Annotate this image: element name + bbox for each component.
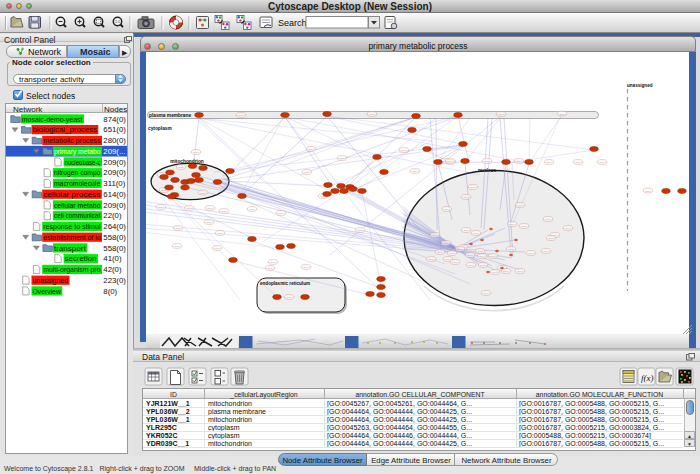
svg-text:264(0): 264(0) [103, 222, 126, 231]
svg-text:(0xxx): (0xxx) [452, 261, 459, 264]
svg-text:280(0): 280(0) [103, 136, 126, 145]
svg-text:(0xxx): (0xxx) [483, 292, 490, 295]
svg-text:Overview: Overview [33, 287, 62, 296]
svg-text:(0xxx): (0xxx) [484, 160, 491, 163]
svg-text:mitochondrion: mitochondrion [170, 159, 204, 164]
svg-text:(0xxx): (0xxx) [207, 207, 214, 210]
svg-text:874(0): 874(0) [103, 115, 126, 124]
svg-text:(0xxx): (0xxx) [477, 250, 484, 253]
svg-text:(0xxx): (0xxx) [304, 171, 311, 174]
svg-text:primary metabo: primary metabo [54, 147, 101, 156]
svg-text:(0xxx): (0xxx) [193, 151, 200, 154]
svg-text:nucleus: nucleus [478, 168, 496, 173]
svg-text:(0xxx): (0xxx) [467, 254, 474, 257]
svg-text:(0xxx): (0xxx) [278, 212, 285, 215]
svg-text:(0xxx): (0xxx) [238, 114, 245, 117]
svg-text:41(0): 41(0) [103, 254, 122, 263]
svg-text:(0xxx): (0xxx) [357, 229, 364, 232]
svg-text:(0xxx): (0xxx) [479, 255, 486, 258]
svg-text:(0xxx): (0xxx) [599, 161, 606, 164]
svg-text:(0xxx): (0xxx) [548, 237, 555, 240]
svg-text:nitrogen compo: nitrogen compo [54, 168, 101, 177]
svg-text:(0xxx): (0xxx) [528, 252, 535, 255]
svg-text:(0xxx): (0xxx) [645, 190, 652, 193]
svg-text:cellular process: cellular process [43, 190, 100, 199]
svg-text:response to stimul: response to stimul [43, 222, 101, 231]
svg-text:42(0): 42(0) [103, 265, 122, 274]
svg-text:endoplasmic reticulum: endoplasmic reticulum [260, 281, 310, 286]
svg-text:(0xxx): (0xxx) [517, 270, 524, 273]
svg-text:(0xxx): (0xxx) [174, 245, 181, 248]
svg-text:(0xxx): (0xxx) [214, 247, 221, 250]
svg-text:(0xxx): (0xxx) [559, 113, 566, 116]
svg-text:(0xxx): (0xxx) [463, 196, 470, 199]
svg-text:(0xxx): (0xxx) [444, 208, 451, 211]
svg-text:Search:: Search: [278, 18, 309, 28]
svg-text:1:1: 1:1 [115, 20, 120, 24]
svg-text:(0xxx): (0xxx) [492, 271, 499, 274]
svg-text:(0xxx): (0xxx) [267, 267, 274, 270]
svg-text:(0xxx): (0xxx) [369, 113, 376, 116]
svg-text:22(0): 22(0) [103, 211, 122, 220]
svg-text:(0xxx): (0xxx) [463, 229, 470, 232]
svg-text:558(0): 558(0) [103, 244, 126, 253]
svg-text:614(0): 614(0) [103, 190, 126, 199]
svg-text:macromolecule: macromolecule [54, 179, 100, 188]
svg-text:311(0): 311(0) [103, 179, 125, 188]
svg-text:(0xxx): (0xxx) [498, 113, 505, 116]
svg-text:(0xxx): (0xxx) [468, 264, 475, 267]
svg-text:mosaic-demo-yeast: mosaic-demo-yeast [22, 115, 84, 124]
svg-text:cell communicat: cell communicat [54, 211, 101, 220]
svg-text:unassigned: unassigned [33, 276, 69, 285]
svg-text:establishment of lo: establishment of lo [43, 233, 100, 242]
svg-text:209(0): 209(0) [103, 168, 126, 177]
svg-text:(0xxx): (0xxx) [457, 248, 464, 251]
svg-text:651(0): 651(0) [103, 125, 126, 134]
svg-text:(0xxx): (0xxx) [206, 221, 213, 224]
svg-text:(0xxx): (0xxx) [175, 227, 182, 230]
svg-text:multi-organism pro: multi-organism pro [43, 265, 100, 274]
svg-text:(0xxx): (0xxx) [521, 225, 528, 228]
svg-text:(0xxx): (0xxx) [516, 160, 523, 163]
svg-text:(0xxx): (0xxx) [449, 252, 456, 255]
svg-text:(0xxx): (0xxx) [303, 266, 310, 269]
svg-text:(0xxx): (0xxx) [217, 232, 224, 235]
svg-text:(0xxx): (0xxx) [437, 251, 444, 254]
svg-text:(0xxx): (0xxx) [545, 218, 552, 221]
svg-text:(0xxx): (0xxx) [503, 270, 510, 273]
svg-text:(0xxx): (0xxx) [543, 250, 550, 253]
svg-text:metabolic process: metabolic process [43, 136, 100, 145]
svg-text:f(x): f(x) [641, 373, 654, 383]
svg-text:(0xxx): (0xxx) [470, 186, 477, 189]
svg-text:cytoplasm: cytoplasm [148, 126, 172, 131]
svg-text:(0xxx): (0xxx) [221, 210, 228, 213]
svg-text:(0xxx): (0xxx) [490, 255, 497, 258]
svg-text:cellular metabo: cellular metabo [54, 201, 101, 210]
svg-text:(0xxx): (0xxx) [200, 192, 207, 195]
svg-text:(0xxx): (0xxx) [509, 223, 516, 226]
svg-text:209(0): 209(0) [103, 201, 126, 210]
svg-text:(0xxx): (0xxx) [508, 248, 515, 251]
svg-text:transport: transport [54, 244, 87, 253]
svg-text:209(0): 209(0) [103, 158, 126, 167]
svg-text:nucleobase-c: nucleobase-c [65, 158, 101, 167]
svg-text:(0xxx): (0xxx) [412, 170, 419, 173]
svg-text:(0xxx): (0xxx) [178, 166, 185, 169]
svg-text:209(...: 209(... [103, 147, 125, 156]
svg-text:(0xxx): (0xxx) [517, 204, 524, 207]
svg-text:plasma membrane: plasma membrane [149, 113, 191, 118]
svg-text:(0xxx): (0xxx) [401, 149, 408, 152]
svg-text:558(0): 558(0) [103, 233, 126, 242]
svg-text:(0xxx): (0xxx) [565, 227, 572, 230]
svg-text:(0xxx): (0xxx) [480, 264, 487, 267]
svg-text:(0xxx): (0xxx) [339, 157, 346, 160]
svg-text:8(0): 8(0) [103, 287, 117, 296]
svg-text:secretion: secretion [65, 254, 97, 263]
svg-text:223(0): 223(0) [103, 276, 126, 285]
svg-text:(0xxx): (0xxx) [286, 296, 293, 299]
svg-text:(0xxx): (0xxx) [575, 161, 582, 164]
svg-text:(0xxx): (0xxx) [443, 242, 450, 245]
svg-text:biological_process: biological_process [33, 125, 97, 134]
svg-text:(0xxx): (0xxx) [249, 208, 256, 211]
svg-text:(0xxx): (0xxx) [432, 234, 439, 237]
